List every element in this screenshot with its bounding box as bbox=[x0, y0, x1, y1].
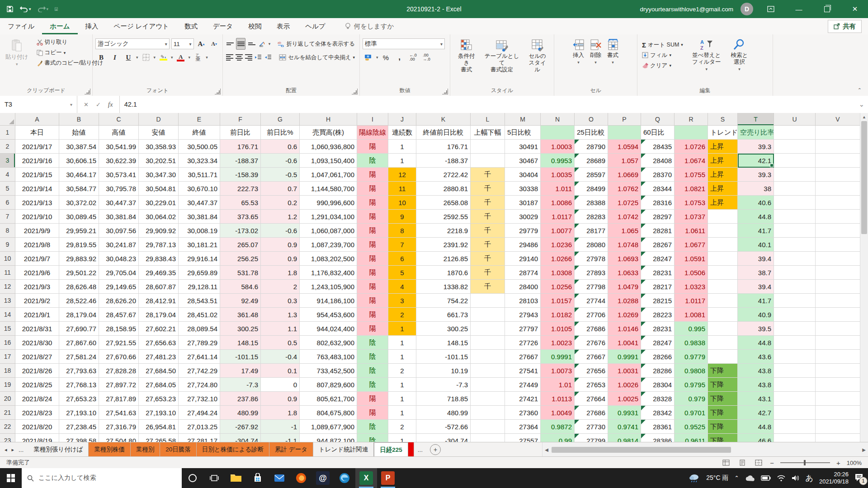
cell-D12[interactable]: 28,607.87 bbox=[139, 280, 179, 294]
cell-U15[interactable] bbox=[774, 322, 816, 336]
row-header-22[interactable]: 22 bbox=[0, 420, 15, 434]
cell-C4[interactable]: 30,573.41 bbox=[99, 168, 139, 182]
taskbar-search-input[interactable]: ここに入力して検索 bbox=[22, 468, 182, 488]
row-header-10[interactable]: 10 bbox=[0, 252, 15, 266]
cell-H1[interactable]: 売買高(株) bbox=[300, 126, 357, 140]
cell-F22[interactable]: -267.92 bbox=[220, 420, 261, 434]
wifi-icon[interactable] bbox=[777, 475, 786, 482]
cancel-entry-icon[interactable]: ✕ bbox=[84, 101, 89, 108]
underline-button[interactable]: U bbox=[123, 52, 134, 63]
cell-E14[interactable]: 28,451.02 bbox=[179, 308, 220, 322]
cell-M2[interactable]: 30491 bbox=[505, 140, 541, 154]
cell-I10[interactable]: 陽 bbox=[357, 252, 388, 266]
cell-K15[interactable]: 300.25 bbox=[416, 322, 471, 336]
cell-S10[interactable] bbox=[708, 252, 738, 266]
cell-G17[interactable]: -0.4 bbox=[261, 350, 300, 364]
align-right-icon[interactable] bbox=[245, 52, 252, 63]
cell-S9[interactable] bbox=[708, 238, 738, 252]
cell-F21[interactable]: 480.99 bbox=[220, 406, 261, 420]
cell-Q19[interactable]: 28304 bbox=[641, 378, 675, 392]
expand-formula-bar-icon[interactable]: ⌄ bbox=[859, 96, 868, 113]
cell-M4[interactable]: 30404 bbox=[505, 168, 541, 182]
cell-K3[interactable]: -188.37 bbox=[416, 154, 471, 168]
cell-V8[interactable] bbox=[816, 224, 860, 238]
cell-O11[interactable]: 27893 bbox=[575, 266, 608, 280]
cell-V17[interactable] bbox=[816, 350, 860, 364]
cell-R9[interactable]: 1.0677 bbox=[675, 238, 708, 252]
cell-E11[interactable]: 29,659.89 bbox=[179, 266, 220, 280]
cell-L19[interactable] bbox=[471, 378, 505, 392]
row-header-16[interactable]: 16 bbox=[0, 336, 15, 350]
cell-F23[interactable]: -304.74 bbox=[220, 434, 261, 442]
cell-T13[interactable]: 41.7 bbox=[738, 294, 774, 308]
cell-T18[interactable]: 43.8 bbox=[738, 364, 774, 378]
cell-S2[interactable]: 上昇 bbox=[708, 140, 738, 154]
sheet-nav-right-icon[interactable]: ▸ bbox=[12, 447, 14, 453]
cell-O21[interactable]: 27686 bbox=[575, 406, 608, 420]
cell-V7[interactable] bbox=[816, 210, 860, 224]
sheet-tab-日別と株価による診断[interactable]: 日別と株価による診断 bbox=[197, 442, 269, 457]
cell-D1[interactable]: 安値 bbox=[139, 126, 179, 140]
cell-J15[interactable]: 1 bbox=[388, 322, 416, 336]
zoom-slider[interactable] bbox=[780, 462, 830, 463]
cell-P16[interactable]: 1.0041 bbox=[608, 336, 641, 350]
notification-center-icon[interactable]: 1 bbox=[854, 474, 863, 483]
cell-C20[interactable]: 27,817.89 bbox=[99, 392, 139, 406]
cell-J7[interactable]: 9 bbox=[388, 210, 416, 224]
cell-N12[interactable]: 1.0256 bbox=[541, 280, 575, 294]
tab-view[interactable]: 表示 bbox=[269, 18, 297, 34]
cell-L23[interactable] bbox=[471, 434, 505, 442]
cell-L4[interactable]: 千 bbox=[471, 168, 505, 182]
cell-B1[interactable]: 始値 bbox=[59, 126, 99, 140]
cell-A12[interactable]: 2021/9/3 bbox=[15, 280, 59, 294]
cell-S14[interactable] bbox=[708, 308, 738, 322]
cell-K23[interactable]: -304.74 bbox=[416, 434, 471, 442]
cell-A16[interactable]: 2021/8/30 bbox=[15, 336, 59, 350]
cell-O9[interactable]: 28080 bbox=[575, 238, 608, 252]
cell-C8[interactable]: 30,097.56 bbox=[99, 224, 139, 238]
col-header-S[interactable]: S bbox=[708, 113, 738, 126]
cell-Q22[interactable]: 28361 bbox=[641, 420, 675, 434]
cell-A19[interactable]: 2021/8/25 bbox=[15, 378, 59, 392]
cell-K13[interactable]: 754.22 bbox=[416, 294, 471, 308]
mail-icon[interactable] bbox=[269, 468, 290, 488]
sheet-tab-業種別[interactable]: 業種別 bbox=[131, 442, 160, 457]
cell-V6[interactable] bbox=[816, 196, 860, 210]
cell-P12[interactable]: 1.0479 bbox=[608, 280, 641, 294]
cell-H8[interactable]: 1,060,087,000 bbox=[300, 224, 357, 238]
cell-F17[interactable]: -101.15 bbox=[220, 350, 261, 364]
minimize-button[interactable]: — bbox=[788, 0, 809, 18]
cell-P6[interactable]: 1.0725 bbox=[608, 196, 641, 210]
cell-C1[interactable]: 高値 bbox=[99, 126, 139, 140]
row-header-13[interactable]: 13 bbox=[0, 294, 15, 308]
cell-C18[interactable]: 27,828.28 bbox=[99, 364, 139, 378]
tab-home[interactable]: ホーム bbox=[42, 18, 77, 34]
cell-J10[interactable]: 6 bbox=[388, 252, 416, 266]
cell-N20[interactable]: 1.0113 bbox=[541, 392, 575, 406]
cell-I20[interactable]: 陽 bbox=[357, 392, 388, 406]
cell-B9[interactable]: 29,819.55 bbox=[59, 238, 99, 252]
cell-B3[interactable]: 30,606.15 bbox=[59, 154, 99, 168]
cell-N8[interactable]: 1.0077 bbox=[541, 224, 575, 238]
cell-D4[interactable]: 30,347.30 bbox=[139, 168, 179, 182]
cell-B15[interactable]: 27,690.77 bbox=[59, 322, 99, 336]
cell-S18[interactable]: 下降 bbox=[708, 364, 738, 378]
col-header-A[interactable]: A bbox=[15, 113, 59, 126]
cell-G15[interactable]: 1.1 bbox=[261, 322, 300, 336]
firefox-icon[interactable] bbox=[290, 468, 312, 488]
col-header-J[interactable]: J bbox=[388, 113, 416, 126]
cell-Q9[interactable]: 28267 bbox=[641, 238, 675, 252]
normal-view-icon[interactable] bbox=[721, 459, 731, 467]
cell-G23[interactable]: -1.1 bbox=[261, 434, 300, 442]
cell-S21[interactable]: 下降 bbox=[708, 406, 738, 420]
cell-N4[interactable]: 1.0035 bbox=[541, 168, 575, 182]
cell-R15[interactable]: 0.995 bbox=[675, 322, 708, 336]
cell-G7[interactable]: 1.2 bbox=[261, 210, 300, 224]
cell-G5[interactable]: 0.7 bbox=[261, 182, 300, 196]
cell-M1[interactable]: 5日比較 bbox=[505, 126, 541, 140]
cell-U21[interactable] bbox=[774, 406, 816, 420]
sheet-tab-業種別張り付けば[interactable]: 業種別張り付けば bbox=[28, 442, 89, 457]
cell-Q14[interactable]: 28223 bbox=[641, 308, 675, 322]
cell-C3[interactable]: 30,622.39 bbox=[99, 154, 139, 168]
cell-I22[interactable]: 陰 bbox=[357, 420, 388, 434]
